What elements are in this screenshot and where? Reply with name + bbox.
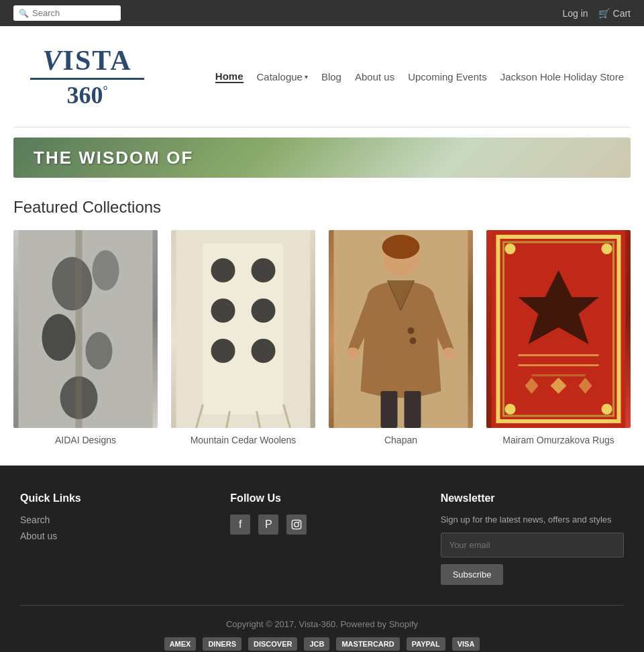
collection-image-aidai <box>13 230 158 428</box>
svg-point-4 <box>86 332 113 370</box>
social-icons: f P <box>230 514 413 535</box>
svg-point-39 <box>294 523 299 527</box>
svg-point-31 <box>505 243 516 254</box>
footer-link-search[interactable]: Search <box>20 514 203 525</box>
svg-point-14 <box>252 339 276 363</box>
footer-link-about[interactable]: About us <box>20 531 203 541</box>
footer-newsletter: Newsletter Sign up for the latest news, … <box>441 492 624 585</box>
nav-catalogue-link[interactable]: Catalogue <box>257 71 303 83</box>
top-bar: 🔍 Log in 🛒 Cart <box>0 0 644 26</box>
cart-icon: 🛒 <box>598 8 610 19</box>
svg-rect-25 <box>405 391 421 428</box>
copyright: Copyright © 2017, Vista-360. Powered by … <box>20 619 624 629</box>
svg-rect-6 <box>76 230 83 428</box>
svg-point-1 <box>52 257 93 311</box>
main-nav: Home Catalogue ▾ Blog About us Upcoming … <box>215 70 624 83</box>
newsletter-description: Sign up for the latest news, offers and … <box>441 514 624 525</box>
search-form[interactable]: 🔍 <box>13 5 121 21</box>
payment-jcb: JCB <box>304 637 329 651</box>
payment-mastercard: MASTERCARD <box>336 637 399 651</box>
collections-section: Featured Collections AIDAI Designs <box>0 191 644 466</box>
svg-rect-28 <box>492 230 626 428</box>
footer-bottom: Copyright © 2017, Vista-360. Powered by … <box>20 605 624 651</box>
nav-blog[interactable]: Blog <box>321 71 341 83</box>
payment-discover: DISCOVER <box>248 637 297 651</box>
top-bar-right: Log in 🛒 Cart <box>562 8 631 19</box>
site-footer: Quick Links Search About us Follow Us f … <box>0 466 644 652</box>
svg-point-23 <box>443 347 456 358</box>
footer-follow-title: Follow Us <box>230 492 413 504</box>
logo-underline <box>30 78 144 80</box>
svg-point-33 <box>505 404 516 415</box>
svg-rect-37 <box>532 374 586 376</box>
hero-text: THE WISDOM OF <box>34 148 193 168</box>
list-item[interactable]: AIDAI Designs <box>13 230 158 445</box>
nav-home[interactable]: Home <box>215 70 244 83</box>
payment-icons: AMEX DINERS DISCOVER JCB MASTERCARD PAYP… <box>20 637 624 651</box>
svg-point-10 <box>252 258 276 282</box>
chevron-down-icon: ▾ <box>305 73 308 80</box>
instagram-icon[interactable] <box>286 514 307 535</box>
logo[interactable]: VISTA 360° <box>20 40 154 113</box>
payment-amex: AMEX <box>164 637 197 651</box>
svg-point-34 <box>602 404 612 415</box>
svg-rect-35 <box>519 354 599 356</box>
collection-label: Chapan <box>329 435 473 445</box>
svg-point-40 <box>299 521 300 523</box>
nav-catalogue[interactable]: Catalogue ▾ <box>257 71 308 83</box>
collections-grid: AIDAI Designs <box>13 230 631 445</box>
svg-point-11 <box>211 298 235 323</box>
svg-point-26 <box>408 327 415 334</box>
facebook-icon[interactable]: f <box>230 514 250 535</box>
svg-point-32 <box>602 243 612 254</box>
nav-holiday-store[interactable]: Jackson Hole Holiday Store <box>500 71 624 83</box>
payment-visa: VISA <box>452 637 480 651</box>
list-item[interactable]: Mountain Cedar Woolens <box>171 230 315 445</box>
site-header: VISTA 360° Home Catalogue ▾ Blog About u… <box>0 26 644 127</box>
collection-image-rugs <box>486 230 631 428</box>
footer-quick-links-title: Quick Links <box>20 492 203 504</box>
footer-follow: Follow Us f P <box>230 492 413 585</box>
logo-degree: ° <box>103 84 107 97</box>
list-item[interactable]: Mairam Omurzakova Rugs <box>486 230 631 445</box>
pinterest-icon[interactable]: P <box>258 514 278 535</box>
login-link[interactable]: Log in <box>562 8 588 19</box>
svg-point-2 <box>93 250 119 290</box>
svg-rect-36 <box>519 364 599 366</box>
hero-banner: THE WISDOM OF <box>13 138 631 178</box>
collection-label: Mountain Cedar Woolens <box>171 435 315 445</box>
svg-rect-38 <box>292 520 301 529</box>
svg-point-22 <box>346 347 360 358</box>
svg-point-12 <box>252 298 276 323</box>
collection-image-chapan <box>329 230 473 428</box>
nav-about[interactable]: About us <box>355 71 394 83</box>
cart-area[interactable]: 🛒 Cart <box>598 8 631 19</box>
search-icon: 🔍 <box>19 9 29 18</box>
subscribe-button[interactable]: Subscribe <box>441 564 504 585</box>
header-divider <box>13 127 631 127</box>
svg-rect-24 <box>381 391 398 428</box>
nav-events[interactable]: Upcoming Events <box>408 71 487 83</box>
logo-text-main: VISTA <box>43 44 132 76</box>
collection-label: Mairam Omurzakova Rugs <box>486 435 631 445</box>
footer-grid: Quick Links Search About us Follow Us f … <box>20 492 624 585</box>
collections-title: Featured Collections <box>13 198 631 217</box>
cart-label[interactable]: Cart <box>613 8 631 19</box>
svg-point-13 <box>211 339 235 363</box>
svg-point-21 <box>382 235 420 259</box>
payment-paypal: PAYPAL <box>407 637 445 651</box>
logo-text-sub: 360° <box>66 81 107 109</box>
search-input[interactable] <box>32 8 113 18</box>
list-item[interactable]: Chapan <box>329 230 473 445</box>
collection-label: AIDAI Designs <box>13 435 158 445</box>
svg-point-3 <box>42 314 76 361</box>
collection-image-mountain <box>171 230 315 428</box>
svg-point-27 <box>410 337 417 344</box>
payment-diners: DINERS <box>203 637 241 651</box>
footer-newsletter-title: Newsletter <box>441 492 624 504</box>
email-input[interactable] <box>441 533 624 557</box>
footer-quick-links: Quick Links Search About us <box>20 492 203 585</box>
svg-point-9 <box>211 258 235 282</box>
